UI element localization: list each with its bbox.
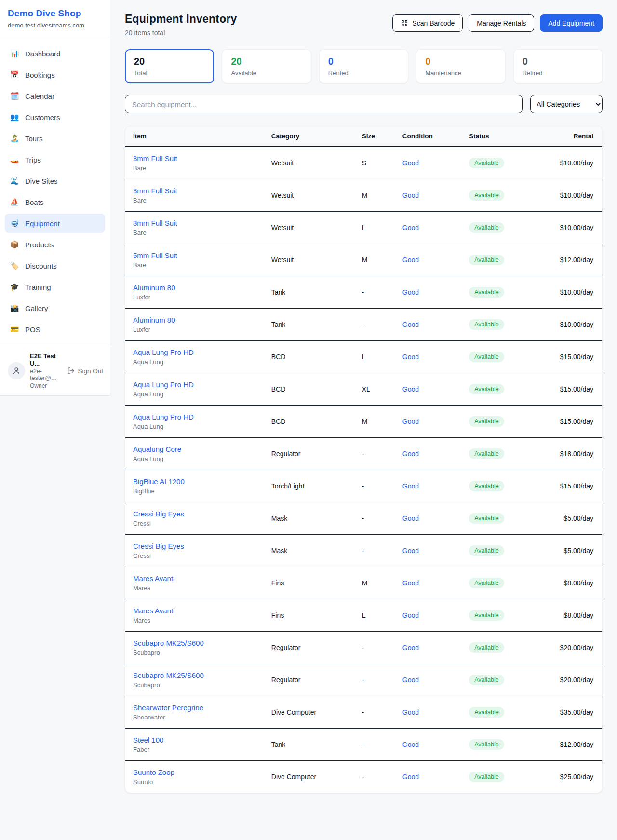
table-row[interactable]: Aqua Lung Pro HD Aqua Lung BCD XL Good A…: [125, 373, 602, 406]
sidebar-item[interactable]: 🏷️ Discounts: [5, 256, 105, 275]
item-condition-link[interactable]: Good: [395, 212, 461, 244]
item-name-link[interactable]: 3mm Full Suit: [133, 187, 256, 195]
stat-card[interactable]: 20 Available: [222, 49, 311, 83]
table-row[interactable]: Aluminum 80 Luxfer Tank - Good Available…: [125, 309, 602, 341]
item-condition-link[interactable]: Good: [395, 341, 461, 373]
item-condition-link[interactable]: Good: [395, 567, 461, 599]
status-badge: Available: [469, 545, 504, 556]
item-brand: Mares: [133, 584, 256, 592]
sign-out-button[interactable]: Sign Out: [67, 367, 103, 375]
sidebar-item[interactable]: 📊 Dashboard: [5, 44, 105, 63]
item-condition-link[interactable]: Good: [395, 276, 461, 309]
sidebar-item-icon: 🗓️: [10, 92, 19, 100]
item-name-link[interactable]: Aluminum 80: [133, 316, 256, 324]
table-row[interactable]: Mares Avanti Mares Fins L Good Available…: [125, 599, 602, 632]
item-condition-link[interactable]: Good: [395, 729, 461, 761]
item-condition-link[interactable]: Good: [395, 470, 461, 502]
table-row[interactable]: Cressi Big Eyes Cressi Mask - Good Avail…: [125, 502, 602, 535]
item-name-link[interactable]: Mares Avanti: [133, 574, 256, 583]
item-condition-link[interactable]: Good: [395, 373, 461, 406]
item-condition-link[interactable]: Good: [395, 438, 461, 470]
sidebar-item[interactable]: 🚤 Trips: [5, 150, 105, 169]
item-name-link[interactable]: Mares Avanti: [133, 607, 256, 615]
sidebar-item[interactable]: 📅 Bookings: [5, 65, 105, 84]
scan-barcode-button[interactable]: Scan Barcode: [392, 14, 463, 32]
item-condition-link[interactable]: Good: [395, 502, 461, 535]
item-name-link[interactable]: Aluminum 80: [133, 284, 256, 292]
table-row[interactable]: 3mm Full Suit Bare Wetsuit M Good Availa…: [125, 179, 602, 212]
sidebar-item[interactable]: 🌊 Dive Sites: [5, 171, 105, 190]
item-size: -: [354, 729, 395, 761]
sidebar-item[interactable]: 👥 Customers: [5, 108, 105, 127]
sidebar-item[interactable]: 📦 Products: [5, 235, 105, 254]
item-name-link[interactable]: Cressi Big Eyes: [133, 542, 256, 550]
sidebar-item[interactable]: 📸 Gallery: [5, 298, 105, 318]
table-row[interactable]: Cressi Big Eyes Cressi Mask - Good Avail…: [125, 535, 602, 567]
item-condition-link[interactable]: Good: [395, 179, 461, 212]
item-condition-link[interactable]: Good: [395, 147, 461, 179]
logout-icon: [67, 367, 75, 375]
table-row[interactable]: Mares Avanti Mares Fins M Good Available…: [125, 567, 602, 599]
item-condition-link[interactable]: Good: [395, 406, 461, 438]
sidebar-item[interactable]: 💳 POS: [5, 320, 105, 339]
item-name-link[interactable]: Scubapro MK25/S600: [133, 671, 256, 679]
sidebar-item[interactable]: 🎓 Training: [5, 277, 105, 297]
table-row[interactable]: Aqualung Core Aqua Lung Regulator - Good…: [125, 438, 602, 470]
barcode-scan-icon: [401, 19, 408, 27]
item-name-link[interactable]: Shearwater Peregrine: [133, 704, 256, 712]
table-row[interactable]: 3mm Full Suit Bare Wetsuit S Good Availa…: [125, 147, 602, 179]
table-row[interactable]: Aqua Lung Pro HD Aqua Lung BCD L Good Av…: [125, 341, 602, 373]
item-name-link[interactable]: 5mm Full Suit: [133, 251, 256, 259]
category-select[interactable]: All Categories: [530, 95, 603, 113]
item-name-link[interactable]: Scubapro MK25/S600: [133, 639, 256, 647]
sidebar-item[interactable]: 🤿 Equipment: [5, 214, 105, 233]
search-input[interactable]: [125, 95, 523, 113]
table-row[interactable]: Scubapro MK25/S600 Scubapro Regulator - …: [125, 664, 602, 696]
sign-out-label: Sign Out: [78, 367, 103, 375]
item-condition-link[interactable]: Good: [395, 632, 461, 664]
item-condition-link[interactable]: Good: [395, 696, 461, 729]
stat-card[interactable]: 0 Rented: [319, 49, 408, 83]
item-size: S: [354, 147, 395, 179]
item-condition-link[interactable]: Good: [395, 309, 461, 341]
item-condition-link[interactable]: Good: [395, 664, 461, 696]
status-badge: Available: [469, 319, 504, 330]
item-category: Tank: [264, 729, 354, 761]
sidebar-item[interactable]: 🗓️ Calendar: [5, 86, 105, 106]
table-row[interactable]: Scubapro MK25/S600 Scubapro Regulator - …: [125, 632, 602, 664]
item-name-link[interactable]: Cressi Big Eyes: [133, 510, 256, 518]
stat-card[interactable]: 0 Retired: [513, 49, 603, 83]
table-row[interactable]: Aqua Lung Pro HD Aqua Lung BCD M Good Av…: [125, 406, 602, 438]
stat-card[interactable]: 0 Maintenance: [416, 49, 505, 83]
stat-card[interactable]: 20 Total: [125, 49, 214, 83]
sidebar-item[interactable]: ⛵ Boats: [5, 192, 105, 212]
item-condition-link[interactable]: Good: [395, 761, 461, 793]
item-condition-link[interactable]: Good: [395, 599, 461, 632]
table-row[interactable]: Aluminum 80 Luxfer Tank - Good Available…: [125, 276, 602, 309]
item-name-link[interactable]: Aqualung Core: [133, 445, 256, 453]
item-condition-link[interactable]: Good: [395, 244, 461, 276]
item-name-link[interactable]: Aqua Lung Pro HD: [133, 380, 256, 389]
table-row[interactable]: 5mm Full Suit Bare Wetsuit M Good Availa…: [125, 244, 602, 276]
add-equipment-button[interactable]: Add Equipment: [540, 14, 603, 32]
manage-rentals-button[interactable]: Manage Rentals: [469, 14, 534, 32]
item-name-link[interactable]: Aqua Lung Pro HD: [133, 348, 256, 356]
table-row[interactable]: Steel 100 Faber Tank - Good Available $1…: [125, 729, 602, 761]
status-cell: Available: [461, 147, 540, 179]
item-name-link[interactable]: Steel 100: [133, 736, 256, 744]
item-name-link[interactable]: Suunto Zoop: [133, 768, 256, 776]
table-row[interactable]: Shearwater Peregrine Shearwater Dive Com…: [125, 696, 602, 729]
item-name-link[interactable]: Aqua Lung Pro HD: [133, 413, 256, 421]
table-row[interactable]: Suunto Zoop Suunto Dive Computer - Good …: [125, 761, 602, 793]
table-row[interactable]: BigBlue AL1200 BigBlue Torch/Light - Goo…: [125, 470, 602, 502]
item-cell: Aqua Lung Pro HD Aqua Lung: [125, 406, 264, 438]
item-category: BCD: [264, 341, 354, 373]
item-name-link[interactable]: BigBlue AL1200: [133, 477, 256, 486]
item-name-link[interactable]: 3mm Full Suit: [133, 154, 256, 163]
sidebar-item-icon: 🌊: [10, 176, 19, 185]
stat-label: Total: [134, 69, 205, 77]
item-condition-link[interactable]: Good: [395, 535, 461, 567]
item-name-link[interactable]: 3mm Full Suit: [133, 219, 256, 227]
table-row[interactable]: 3mm Full Suit Bare Wetsuit L Good Availa…: [125, 212, 602, 244]
sidebar-item[interactable]: 🏝️ Tours: [5, 129, 105, 148]
